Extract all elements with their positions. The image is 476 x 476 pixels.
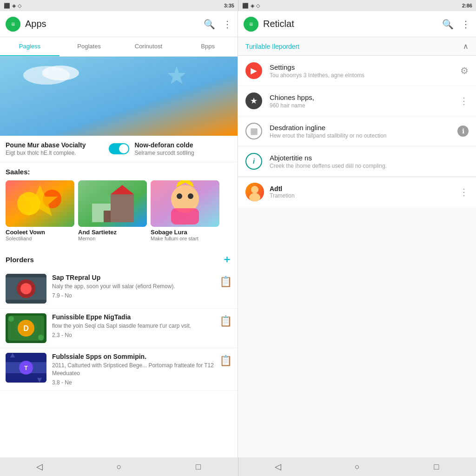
list-meta-2: 3.8 - Ne	[52, 379, 214, 386]
settings-content-1: Chiones hpps, 960 hair name	[270, 93, 452, 109]
settings-item-2[interactable]: ▦ Desdration ingline Hew erout the fallp…	[238, 116, 476, 146]
settings-item-3[interactable]: i Abjotertitie ns Creek the ihome deffen…	[238, 146, 476, 177]
list-desc-1: flow the yoin Seql cla Sapl siasdle feam…	[52, 322, 214, 330]
settings-icon-0: ▶	[245, 62, 262, 79]
settings-icon-1: ★	[245, 93, 262, 109]
feature1-toggle[interactable]	[109, 143, 129, 154]
settings-icon-2: ▦	[245, 123, 262, 139]
svg-point-53	[8, 316, 14, 322]
settings-title-2: Desdration ingline	[270, 124, 450, 132]
list-meta-0: 7.9 - No	[52, 292, 214, 299]
svg-text:T: T	[24, 365, 28, 371]
right-search-button[interactable]: 🔍	[442, 19, 454, 30]
game-author-2: Make fullum ore start	[151, 236, 219, 241]
list-title-2: Fublssiale Spps on Sommipin.	[52, 353, 214, 360]
screenshot-icon: ⬛	[4, 3, 10, 9]
right-content-area: ▶ Settings Tou ahoorrys 3 Intethes, agne…	[238, 56, 476, 457]
svg-rect-47	[6, 274, 46, 278]
sales-section-header: Saales:	[0, 162, 238, 178]
screen-icon: ⬛	[242, 3, 249, 9]
left-home-button[interactable]: ○	[105, 457, 133, 476]
list-thumb-0	[6, 274, 46, 304]
list-meta-1: 2.3 - No	[52, 332, 214, 338]
feature2-subtitle: Selrame surcodt sotlling	[135, 150, 232, 156]
list-thumb-1: D	[6, 313, 46, 343]
account-avatar	[245, 183, 264, 201]
list-desc-0: Naly the app, soon your will salar (efio…	[52, 283, 214, 291]
notification2-icon: ◈	[251, 3, 254, 9]
svg-rect-40	[171, 208, 199, 225]
list-thumb-2: T	[6, 353, 46, 383]
right-home-button[interactable]: ○	[343, 457, 371, 476]
game-name-2: Sobage Lura	[151, 229, 219, 236]
left-panel: ≡ Apps 🔍 ⋮ Pagless Poglates Corinutost B…	[0, 11, 238, 457]
account-subtitle: Trametion	[270, 192, 454, 199]
game-card-1[interactable]: And Sartietez Mernon	[78, 180, 147, 241]
right-nav-bar: ◁ ○ □	[238, 457, 476, 476]
game-name-1: And Sartietez	[78, 229, 147, 236]
list-desc-2: 2011, Calturted with Sripsticed Bege... …	[52, 362, 214, 377]
list-icon-2: 📋	[219, 355, 232, 367]
game-card-0[interactable]: Cooleet Vown Solectiliand	[6, 180, 74, 241]
settings-sub-3: Creek the ihome deffens used diill no co…	[270, 163, 469, 169]
account-more-button[interactable]: ⋮	[459, 186, 469, 198]
tab-bpps[interactable]: Bpps	[178, 37, 238, 56]
diamond2-icon: ◇	[256, 3, 260, 9]
settings-sub-1: 960 hair name	[270, 102, 452, 109]
list-item-2[interactable]: T Fublssiale Spps on Sommipin. 2011, Cal…	[0, 348, 238, 391]
settings-content-2: Desdration ingline Hew erout the fallpan…	[270, 124, 450, 139]
right-more-button[interactable]: ⋮	[461, 19, 470, 30]
right-app-bar-icons: 🔍 ⋮	[442, 19, 470, 30]
tabs-bar: Pagless Poglates Corinutost Bpps	[0, 37, 238, 57]
settings-title-1: Chiones hpps,	[270, 93, 452, 101]
left-back-button[interactable]: ◁	[26, 457, 53, 476]
settings-action-1[interactable]: ⋮	[459, 95, 469, 106]
left-app-bar: ≡ Apps 🔍 ⋮	[0, 11, 238, 37]
game-thumb-1	[78, 180, 147, 227]
settings-action-2[interactable]: ℹ	[457, 126, 469, 137]
account-name: Adtl	[270, 185, 454, 192]
settings-sub-0: Tou ahoorrys 3 Intethes, agne elntoms	[270, 72, 453, 79]
left-logo: ≡	[6, 17, 20, 32]
list-title-1: Funissible Eppe NigTadia	[52, 313, 214, 321]
left-content-scroll[interactable]: Poune Mur abase Vocialty Eigt bux tholc …	[0, 57, 238, 457]
left-app-title: Apps	[25, 19, 199, 29]
feature1-title: Poune Mur abase Vocialty	[6, 141, 103, 149]
tunable-header[interactable]: Turilable Ilepordert ∧	[238, 37, 476, 56]
tab-corinutost[interactable]: Corinutost	[119, 37, 178, 56]
tab-pagless[interactable]: Pagless	[0, 37, 60, 56]
right-back-button[interactable]: ◁	[264, 457, 292, 476]
plorders-add-button[interactable]: ＋	[222, 252, 232, 266]
tab-poglates[interactable]: Poglates	[60, 37, 119, 56]
list-item-1[interactable]: D Funissible Eppe NigTadia flow the yoin…	[0, 309, 238, 348]
svg-point-41	[177, 193, 182, 199]
list-title-0: Sap TRepral Up	[52, 274, 214, 281]
settings-item-0[interactable]: ▶ Settings Tou ahoorrys 3 Intethes, agne…	[238, 56, 476, 86]
feature2-title: Now-deforan colde	[135, 141, 232, 149]
svg-point-46	[20, 283, 32, 294]
game-author-0: Solectiliand	[6, 236, 74, 241]
settings-item-1[interactable]: ★ Chiones hpps, 960 hair name ⋮	[238, 86, 476, 116]
games-grid: Cooleet Vown Solectiliand	[0, 178, 238, 247]
game-card-2[interactable]: Sobage Lura Make fullum ore start	[151, 180, 219, 241]
right-recent-button[interactable]: □	[423, 457, 450, 476]
left-app-bar-icons: 🔍 ⋮	[204, 19, 232, 30]
left-status-icons: ⬛ ◈ ◇	[4, 3, 21, 9]
list-content-2: Fublssiale Spps on Sommipin. 2011, Caltu…	[52, 353, 214, 386]
right-panel: ≡ Reticlat 🔍 ⋮ Turilable Ilepordert ∧ ▶ …	[238, 11, 476, 457]
right-app-bar: ≡ Reticlat 🔍 ⋮	[238, 11, 476, 37]
settings-action-0[interactable]: ⚙	[460, 65, 469, 76]
settings-content-0: Settings Tou ahoorrys 3 Intethes, agne e…	[270, 63, 453, 79]
left-more-button[interactable]: ⋮	[223, 19, 232, 30]
feature1-subtitle: Eigt bux tholc hE.lt complee.	[6, 150, 103, 156]
account-row: Adtl Trametion ⋮	[238, 177, 476, 207]
left-recent-button[interactable]: □	[185, 457, 212, 476]
list-item-0[interactable]: Sap TRepral Up Naly the app, soon your w…	[0, 269, 238, 309]
plorders-header: Plorders ＋	[0, 247, 238, 269]
tunable-collapse-icon[interactable]: ∧	[463, 42, 469, 51]
tunable-title: Turilable Ilepordert	[245, 43, 299, 50]
game-author-1: Mernon	[78, 236, 147, 241]
svg-point-54	[38, 335, 44, 340]
left-search-button[interactable]: 🔍	[204, 19, 215, 30]
svg-rect-48	[6, 300, 46, 304]
